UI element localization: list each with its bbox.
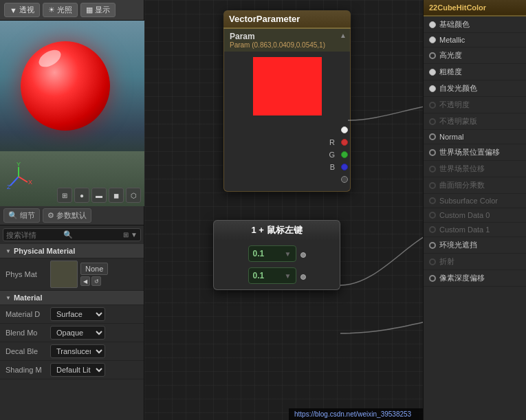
right-item-label-11: Subsurface Color <box>439 197 498 205</box>
phys-mat-left-arrow[interactable]: ◀ <box>80 276 90 286</box>
mini-node-2[interactable]: 0.1 ▼ <box>248 267 296 284</box>
scroll-up-icon[interactable]: ▲ <box>340 32 347 39</box>
color-preview-container <box>224 52 350 121</box>
blend-mode-value: Opaque <box>50 326 138 340</box>
grid-btn[interactable]: ⊞ <box>57 188 72 203</box>
right-item-2[interactable]: 高光度 <box>424 47 526 64</box>
mini-node-1-arrow: ▼ <box>285 250 292 258</box>
color-preview[interactable] <box>253 57 322 115</box>
right-item-4[interactable]: 自发光颜色 <box>424 80 526 97</box>
light-icon: ☀ <box>48 5 55 14</box>
right-item-8[interactable]: 世界场景位置偏移 <box>424 144 526 161</box>
phys-mat-value: None ◀ ↺ <box>50 261 138 288</box>
view-icon: ▼ <box>10 6 17 14</box>
right-item-7[interactable]: Normal <box>424 130 526 144</box>
display-btn[interactable]: ▦ 显示 <box>80 3 116 17</box>
phys-mat-swatch: None ◀ ↺ <box>50 261 108 288</box>
shading-mode-select[interactable]: Default Lit <box>50 363 105 377</box>
right-item-label-8: 世界场景位置偏移 <box>439 147 500 157</box>
sphere-btn[interactable]: ● <box>74 188 89 203</box>
search-input[interactable] <box>6 231 61 239</box>
material-d-label: Material D <box>6 310 50 318</box>
plane-btn[interactable]: ▬ <box>91 188 107 203</box>
cylinder-btn[interactable]: ⬡ <box>126 188 141 203</box>
params-default-btn[interactable]: ⚙ 参数默认 <box>43 208 91 223</box>
material-d-value: Surface <box>50 307 138 321</box>
pin-blue[interactable] <box>341 164 348 170</box>
mouse-left-node[interactable]: 1 + 鼠标左键 0.1 ▼ 0.1 ▼ <box>213 220 340 290</box>
phys-mat-color-swatch <box>50 261 78 288</box>
mini-node-2-pin[interactable] <box>300 274 306 280</box>
right-item-15[interactable]: 折射 <box>424 254 526 270</box>
material-d-row: Material D Surface <box>0 305 144 324</box>
mini-node-row-2: 0.1 ▼ <box>248 267 306 284</box>
cube-btn[interactable]: ◼ <box>109 188 124 203</box>
right-item-pin-11 <box>429 197 436 204</box>
pin-white[interactable] <box>341 126 348 133</box>
url-text: https://blog.csdn.net/weixin_39538253 <box>294 410 411 418</box>
blend-mode-select[interactable]: Opaque <box>50 326 105 340</box>
shading-mode-label: Shading M <box>6 366 50 374</box>
pin-b-label: B <box>330 163 335 171</box>
blend-mode-row: Blend Mo Opaque <box>0 324 144 342</box>
right-item-9[interactable]: 世界场景位移 <box>424 161 526 177</box>
preview-sphere <box>21 41 110 131</box>
phys-mat-controls: None ◀ ↺ <box>80 263 108 286</box>
right-panel-header: 22CubeHitColor <box>424 0 526 16</box>
phys-mat-row: Phys Mat None ◀ ↺ <box>0 258 144 291</box>
right-item-pin-2 <box>429 52 436 59</box>
mini-node-1-pin[interactable] <box>300 252 306 258</box>
svg-text:X: X <box>28 179 32 186</box>
detail-btn[interactable]: 🔍 细节 <box>3 208 40 223</box>
physical-material-section[interactable]: Physical Material <box>0 244 144 258</box>
light-btn[interactable]: ☀ 光照 <box>43 3 78 17</box>
decal-blend-label: Decal Ble <box>6 347 50 355</box>
pin-green[interactable] <box>341 151 348 158</box>
pin-camera[interactable] <box>341 176 348 183</box>
params-label: 参数默认 <box>56 211 87 219</box>
right-item-1[interactable]: Metallic <box>424 33 526 47</box>
material-d-select[interactable]: Surface <box>50 307 105 321</box>
vector-parameter-title: VectorParameter <box>229 14 300 24</box>
right-item-5[interactable]: 不透明度 <box>424 97 526 113</box>
right-item-0[interactable]: 基础颜色 <box>424 16 526 33</box>
material-section-label: Material <box>14 294 43 302</box>
phys-mat-refresh[interactable]: ↺ <box>91 276 101 286</box>
vector-parameter-body: Param Param (0.863,0.0409,0.0545,1) ▲ R … <box>223 29 351 192</box>
grid-view-btn[interactable]: ⊞ <box>123 231 129 239</box>
right-item-3[interactable]: 粗糙度 <box>424 64 526 80</box>
right-item-label-9: 世界场景位移 <box>439 164 485 174</box>
mouse-node-title: 1 + 鼠标左键 <box>251 225 302 235</box>
right-item-14[interactable]: 环境光遮挡 <box>424 237 526 254</box>
view-mode-btn[interactable]: ▼ 透视 <box>4 3 40 17</box>
right-item-16[interactable]: 像素深度偏移 <box>424 270 526 287</box>
right-item-label-3: 粗糙度 <box>439 67 462 77</box>
filter-btn[interactable]: ▼ <box>131 231 138 239</box>
right-item-10[interactable]: 曲面细分乘数 <box>424 177 526 194</box>
blend-mode-label: Blend Mo <box>6 329 50 337</box>
right-item-label-1: Metallic <box>439 36 465 44</box>
props-toolbar: 🔍 细节 ⚙ 参数默认 <box>0 206 144 225</box>
search-box[interactable]: 🔍 ⊞ ▼ <box>3 228 141 241</box>
right-item-12[interactable]: Custom Data 0 <box>424 208 526 223</box>
right-item-6[interactable]: 不透明蒙版 <box>424 113 526 130</box>
vector-param-value: Param (0.863,0.0409,0.0545,1) <box>230 41 344 49</box>
display-icon: ▦ <box>86 5 93 14</box>
pin-row-camera <box>224 173 350 186</box>
mini-node-2-arrow: ▼ <box>285 272 292 280</box>
mini-node-1[interactable]: 0.1 ▼ <box>248 245 296 262</box>
pin-red[interactable] <box>341 139 348 146</box>
right-item-label-12: Custom Data 0 <box>439 211 490 219</box>
vector-param-header: Param Param (0.863,0.0409,0.0545,1) ▲ <box>224 29 350 52</box>
left-panel: ▼ 透视 ☀ 光照 ▦ 显示 Z X Y ⊞ <box>0 0 144 420</box>
pin-row-white <box>224 124 350 136</box>
vector-parameter-node[interactable]: VectorParameter Param Param (0.863,0.040… <box>223 10 351 192</box>
phys-mat-btn-row: ◀ ↺ <box>80 276 108 286</box>
view-label: 透视 <box>19 5 34 15</box>
material-section[interactable]: Material <box>0 291 144 305</box>
decal-blend-select[interactable]: Translucent <box>50 344 105 358</box>
right-item-13[interactable]: Custom Data 1 <box>424 223 526 237</box>
right-item-11[interactable]: Subsurface Color <box>424 194 526 208</box>
physical-material-label: Physical Material <box>14 247 75 255</box>
phys-mat-none-label[interactable]: None <box>80 263 108 275</box>
